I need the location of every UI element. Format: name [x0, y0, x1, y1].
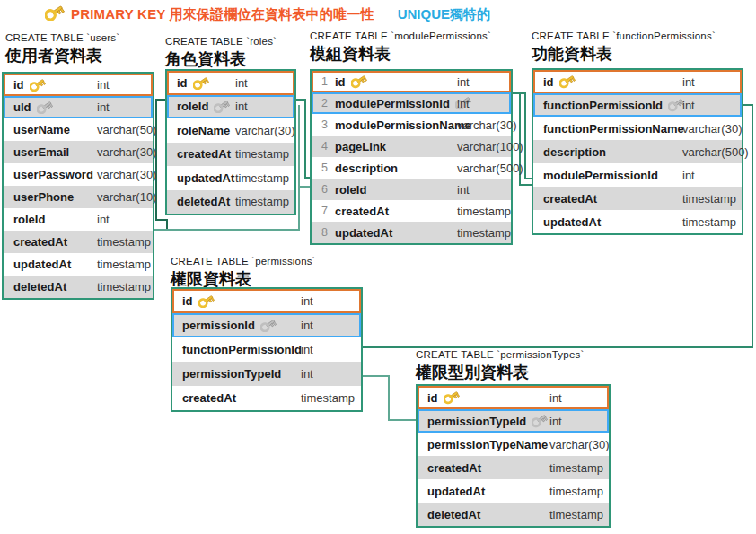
- field-type: int: [97, 213, 110, 226]
- row-number: 6: [321, 183, 335, 196]
- field-name: pageLink: [335, 140, 386, 153]
- field-name: roleId: [177, 100, 208, 113]
- table-title: 權限型別資料表: [416, 362, 611, 383]
- field-type: varchar(500): [682, 145, 749, 159]
- field-type: timestamp: [235, 147, 289, 161]
- field-name: deletedAt: [427, 508, 480, 521]
- field-type: int: [682, 99, 695, 112]
- secondary-key-icon: [260, 319, 277, 332]
- row-number: 8: [321, 226, 335, 239]
- table-card-permissions: CREATE TABLE `permissions` 權限資料表 idintpe…: [171, 256, 363, 290]
- field-type: varchar(30): [549, 438, 609, 451]
- field-type: int: [301, 343, 313, 356]
- table-row-updatedAt: updatedAttimestamp: [533, 210, 742, 233]
- table-title: 模組資料表: [310, 43, 513, 65]
- table-row-roleName: roleNamevarchar(30): [167, 118, 294, 143]
- field-type: int: [549, 391, 562, 405]
- table-users: idintuIdintuserNamevarchar(50)userEmailv…: [2, 72, 154, 300]
- field-name: roleName: [177, 124, 230, 137]
- field-type: int: [235, 100, 248, 113]
- table-row-modulePermissionName: 3modulePermissionNamevarchar(30): [312, 114, 511, 136]
- secondary-key-icon: [214, 100, 230, 113]
- table-row-functionPermissionId: functionPermissionIdint: [533, 93, 742, 117]
- field-name: modulePermissionId: [335, 97, 450, 110]
- field-type: int: [235, 76, 248, 90]
- unique-note: UNIQUE獨特的: [398, 6, 490, 23]
- create-table-statement: CREATE TABLE `users`: [2, 32, 154, 45]
- table-row-functionPermissionName: functionPermissionNamevarchar(30): [533, 117, 742, 140]
- table-title: 功能資料表: [532, 43, 743, 65]
- field-name: updatedAt: [543, 215, 601, 229]
- table-row-roleId: 6roleIdint: [312, 179, 511, 200]
- field-name: updatedAt: [13, 258, 71, 271]
- primary-key-icon: [444, 390, 460, 404]
- table-row-permissionTypeName: permissionTypeNamevarchar(30): [418, 433, 609, 456]
- field-name: userPassword: [13, 168, 93, 181]
- field-name: permissionTypeName: [427, 438, 548, 451]
- table-row-userName: userNamevarchar(50): [4, 118, 153, 141]
- field-type: timestamp: [97, 235, 151, 249]
- field-type: int: [682, 169, 695, 182]
- field-type: timestamp: [235, 171, 289, 185]
- table-card-module-permissions: CREATE TABLE `modulePermissions` 模組資料表 1…: [310, 31, 513, 65]
- primary-key-icon: [40, 4, 65, 24]
- relation-permissiontypeid-permissiontypes: [363, 376, 416, 420]
- field-name: description: [543, 145, 606, 159]
- field-type: int: [301, 367, 313, 381]
- table-row-createdAt: createdAttimestamp: [533, 187, 742, 210]
- create-table-statement: CREATE TABLE `permissions`: [171, 256, 363, 268]
- field-name: updatedAt: [427, 485, 485, 498]
- field-name: createdAt: [182, 391, 236, 405]
- field-name: description: [335, 162, 398, 175]
- table-row-createdAt: createdAttimestamp: [167, 143, 294, 167]
- field-name: updatedAt: [177, 171, 234, 185]
- table-row-updatedAt: updatedAttimestamp: [418, 479, 609, 503]
- create-table-statement: CREATE TABLE `roles`: [165, 36, 296, 48]
- row-number: 3: [321, 118, 335, 131]
- table-row-deletedAt: deletedAttimestamp: [4, 276, 153, 298]
- table-row-description: descriptionvarchar(500): [533, 140, 742, 163]
- field-name: modulePermissionId: [543, 169, 658, 182]
- table-row-userPhone: userPhonevarchar(10): [4, 186, 153, 208]
- field-name: deletedAt: [177, 195, 230, 208]
- table-card-permission-types: CREATE TABLE `permissionTypes` 權限型別資料表 i…: [416, 349, 611, 383]
- field-type: timestamp: [549, 461, 603, 475]
- field-type: timestamp: [235, 195, 289, 208]
- table-row-createdAt: createdAttimestamp: [172, 386, 361, 410]
- field-name: id: [335, 75, 346, 89]
- field-type: int: [301, 294, 313, 308]
- field-name: functionPermissionId: [543, 99, 663, 112]
- field-type: int: [457, 183, 470, 197]
- secondary-key-icon: [532, 414, 548, 427]
- field-name: permissionTypeId: [427, 415, 526, 428]
- table-row-modulePermissionId: 2modulePermissionIdint: [312, 92, 511, 114]
- field-type: timestamp: [682, 192, 736, 206]
- row-number: 1: [321, 75, 335, 88]
- field-name: permissionId: [182, 319, 255, 332]
- field-name: id: [177, 76, 188, 90]
- primary-key-icon: [30, 78, 46, 92]
- secondary-key-icon: [37, 101, 53, 114]
- row-number: 7: [321, 205, 335, 217]
- field-name: id: [182, 294, 193, 308]
- table-row-roleId: roleIdint: [4, 208, 153, 231]
- field-type: timestamp: [682, 215, 736, 229]
- field-type: varchar(50): [97, 123, 156, 136]
- field-type: timestamp: [549, 485, 603, 498]
- table-row-description: 5descriptionvarchar(500): [312, 157, 511, 179]
- table-roles: idintroleIdintroleNamevarchar(30)created…: [165, 69, 296, 215]
- field-type: timestamp: [301, 391, 355, 405]
- field-name: userPhone: [13, 190, 74, 204]
- field-type: varchar(30): [97, 168, 156, 181]
- table-row-updatedAt: updatedAttimestamp: [167, 166, 294, 190]
- table-row-deletedAt: deletedAttimestamp: [167, 190, 294, 214]
- table-row-deletedAt: deletedAttimestamp: [418, 503, 609, 526]
- relation-roles-roleid-modulepermissions-roleid: [296, 100, 310, 178]
- table-row-userPassword: userPasswordvarchar(30): [4, 163, 153, 186]
- create-table-statement: CREATE TABLE `permissionTypes`: [416, 349, 611, 362]
- field-name: createdAt: [427, 461, 481, 475]
- field-type: int: [301, 319, 313, 332]
- field-name: uId: [13, 101, 31, 114]
- field-type: varchar(30): [457, 118, 516, 132]
- field-name: userEmail: [13, 145, 69, 159]
